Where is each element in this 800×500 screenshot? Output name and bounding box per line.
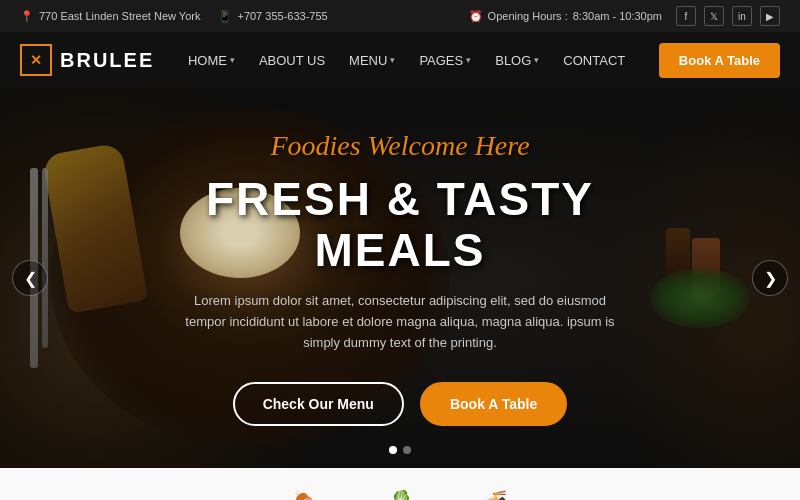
slide-dots [389,446,411,454]
top-bar-right: ⏰ Opening Hours : 8:30am - 10:30pm f 𝕏 i… [469,6,780,26]
twitter-icon[interactable]: 𝕏 [704,6,724,26]
bottom-item-1: 🍖 [286,482,322,500]
hours-text: 8:30am - 10:30pm [573,10,662,22]
nav-label-home: HOME [188,53,227,68]
check-menu-button[interactable]: Check Our Menu [233,382,404,426]
dropdown-arrow-menu: ▾ [390,55,395,65]
slide-dot-1[interactable] [389,446,397,454]
nav-label-contact: CONTACT [563,53,625,68]
arrow-left-icon: ❮ [24,269,37,288]
next-slide-button[interactable]: ❯ [752,260,788,296]
book-table-hero-button[interactable]: Book A Table [420,382,567,426]
top-bar: 📍 770 East Linden Street New York 📱 +707… [0,0,800,32]
nav-item-home[interactable]: HOME ▾ [188,53,235,68]
food-icon-1: 🍖 [286,482,322,500]
nav-label-pages: PAGES [419,53,463,68]
food-icon-3: 🍜 [478,482,514,500]
dropdown-arrow-pages: ▾ [466,55,471,65]
nav-item-contact[interactable]: CONTACT [563,53,625,68]
knife-decoration [42,168,48,348]
book-table-button[interactable]: Book A Table [659,43,780,78]
hero-description: Lorem ipsum dolor sit amet, consectetur … [180,291,620,353]
hero-content: Foodies Welcome Here FRESH & TASTY MEALS… [120,130,680,426]
prev-slide-button[interactable]: ❮ [12,260,48,296]
youtube-icon[interactable]: ▶ [760,6,780,26]
dropdown-arrow-blog: ▾ [534,55,539,65]
nav-label-menu: MENU [349,53,387,68]
slide-dot-2[interactable] [403,446,411,454]
nav-label-blog: BLOG [495,53,531,68]
social-icons: f 𝕏 in ▶ [676,6,780,26]
nav-label-about: ABOUT US [259,53,325,68]
logo-icon: ✕ [20,44,52,76]
nav-item-pages[interactable]: PAGES ▾ [419,53,471,68]
nav-item-blog[interactable]: BLOG ▾ [495,53,539,68]
bottom-item-3: 🍜 [478,482,514,500]
hero-section: ❮ Foodies Welcome Here FRESH & TASTY MEA… [0,88,800,468]
hours-label: Opening Hours : [488,10,568,22]
facebook-icon[interactable]: f [676,6,696,26]
linkedin-icon[interactable]: in [732,6,752,26]
hero-subtitle: Foodies Welcome Here [140,130,660,162]
hero-buttons: Check Our Menu Book A Table [140,382,660,426]
hours-item: ⏰ Opening Hours : 8:30am - 10:30pm [469,10,662,23]
phone-item: 📱 +707 355-633-755 [218,10,327,23]
location-icon: 📍 [20,10,34,23]
nav-links: HOME ▾ ABOUT US MENU ▾ PAGES ▾ BLOG ▾ CO… [188,53,625,68]
food-icon-2: 🥬 [382,482,418,500]
hero-title: FRESH & TASTY MEALS [140,174,660,275]
arrow-right-icon: ❯ [764,269,777,288]
clock-icon: ⏰ [469,10,483,23]
phone-icon: 📱 [218,10,232,23]
logo[interactable]: ✕ BRULEE [20,44,154,76]
address-item: 📍 770 East Linden Street New York [20,10,200,23]
bottom-section: 🍖 🥬 🍜 [0,468,800,500]
logo-text: BRULEE [60,49,154,72]
top-bar-left: 📍 770 East Linden Street New York 📱 +707… [20,10,328,23]
address-text: 770 East Linden Street New York [39,10,200,22]
nav-item-menu[interactable]: MENU ▾ [349,53,395,68]
dropdown-arrow-home: ▾ [230,55,235,65]
nav-item-about[interactable]: ABOUT US [259,53,325,68]
phone-text: +707 355-633-755 [237,10,327,22]
bottom-item-2: 🥬 [382,482,418,500]
navbar: ✕ BRULEE HOME ▾ ABOUT US MENU ▾ PAGES ▾ … [0,32,800,88]
